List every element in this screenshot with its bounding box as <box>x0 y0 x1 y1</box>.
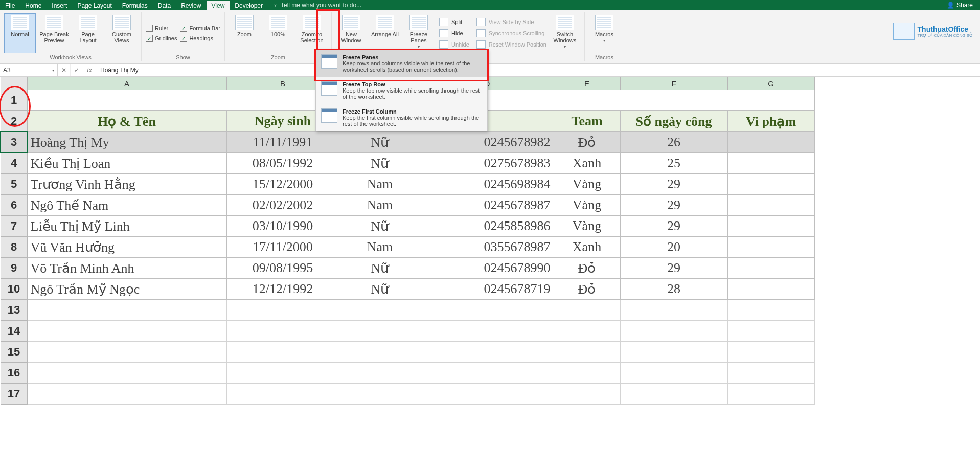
cell-blank-13-0[interactable] <box>27 300 226 321</box>
cell-A5[interactable]: Trương Vinh Hằng <box>27 174 226 195</box>
tab-insert[interactable]: Insert <box>47 1 72 10</box>
row-header-7[interactable]: 7 <box>1 216 27 237</box>
gridlines-checkbox[interactable]: ✓Gridlines <box>146 35 177 42</box>
formula-bar-checkbox[interactable]: ✓Formula Bar <box>180 25 220 32</box>
row-header-9[interactable]: 9 <box>1 258 27 279</box>
cell-blank-14-0[interactable] <box>27 321 226 342</box>
row-header-10[interactable]: 10 <box>1 279 27 300</box>
cell-D9[interactable]: 0245678990 <box>421 258 554 279</box>
cell-blank-15-2[interactable] <box>339 342 421 363</box>
cell-blank-14-1[interactable] <box>226 321 339 342</box>
row-header-16[interactable]: 16 <box>1 363 27 384</box>
row-header-1[interactable]: 1 <box>1 90 27 111</box>
tell-me-search[interactable]: ♀ Tell me what you want to do... <box>273 2 361 9</box>
cell-blank-15-3[interactable] <box>421 342 554 363</box>
cell-blank-14-3[interactable] <box>421 321 554 342</box>
cell-F9[interactable]: 29 <box>620 258 727 279</box>
zoom-button[interactable]: Zoom <box>229 14 260 53</box>
cell-D3[interactable]: 0245678982 <box>421 132 554 153</box>
select-all-button[interactable] <box>1 77 27 90</box>
cell-C4[interactable]: Nữ <box>339 153 421 174</box>
tab-developer[interactable]: Developer <box>230 1 268 10</box>
cancel-formula-button[interactable]: ✕ <box>58 64 71 76</box>
freeze-top-row-option[interactable]: Freeze Top Row Keep the top row visible … <box>316 77 487 104</box>
cell-C10[interactable]: Nữ <box>339 279 421 300</box>
cell-B4[interactable]: 08/05/1992 <box>226 153 339 174</box>
cell-blank-17-1[interactable] <box>226 384 339 405</box>
cell-blank-13-4[interactable] <box>554 300 620 321</box>
switch-windows-button[interactable]: Switch Windows▾ <box>550 14 580 53</box>
normal-view-button[interactable]: Normal <box>4 13 36 53</box>
cell-G7[interactable] <box>727 216 814 237</box>
cell-B10[interactable]: 12/12/1992 <box>226 279 339 300</box>
cell-blank-16-1[interactable] <box>226 363 339 384</box>
cell-A6[interactable]: Ngô Thế Nam <box>27 195 226 216</box>
cell-F10[interactable]: 28 <box>620 279 727 300</box>
cell-B3[interactable]: 11/11/1991 <box>226 132 339 153</box>
row-header-15[interactable]: 15 <box>1 342 27 363</box>
cell-G4[interactable] <box>727 153 814 174</box>
cell-G5[interactable] <box>727 174 814 195</box>
cell-blank-13-5[interactable] <box>620 300 727 321</box>
freeze-first-column-option[interactable]: Freeze First Column Keep the first colum… <box>316 104 487 131</box>
worksheet-grid[interactable]: ABCDEFG12Họ & TênNgày sinhTeamSố ngày cô… <box>0 77 980 405</box>
cell-blank-17-4[interactable] <box>554 384 620 405</box>
cell-blank-17-3[interactable] <box>421 384 554 405</box>
tab-review[interactable]: Review <box>176 1 206 10</box>
cell-B7[interactable]: 03/10/1990 <box>226 216 339 237</box>
insert-function-button[interactable]: fx <box>83 64 96 76</box>
row-header-17[interactable]: 17 <box>1 384 27 405</box>
cell-C9[interactable]: Nữ <box>339 258 421 279</box>
row-header-6[interactable]: 6 <box>1 195 27 216</box>
cell-F7[interactable]: 29 <box>620 216 727 237</box>
row-header-3[interactable]: 3 <box>1 132 27 153</box>
cell-D4[interactable]: 0275678983 <box>421 153 554 174</box>
tab-formulas[interactable]: Formulas <box>117 1 153 10</box>
row-header-13[interactable]: 13 <box>1 300 27 321</box>
cell-blank-16-2[interactable] <box>339 363 421 384</box>
page-break-preview-button[interactable]: Page Break Preview <box>39 14 70 53</box>
name-box[interactable]: A3 ▾ <box>0 64 58 76</box>
cell-A9[interactable]: Võ Trần Minh Anh <box>27 258 226 279</box>
cell-blank-15-0[interactable] <box>27 342 226 363</box>
cell-F5[interactable]: 29 <box>620 174 727 195</box>
zoom-to-selection-button[interactable]: Zoom to Selection <box>297 14 327 53</box>
cell-blank-17-2[interactable] <box>339 384 421 405</box>
cell-B6[interactable]: 02/02/2002 <box>226 195 339 216</box>
cell-E10[interactable]: Đỏ <box>554 279 620 300</box>
cell-E9[interactable]: Đỏ <box>554 258 620 279</box>
cell-C7[interactable]: Nữ <box>339 216 421 237</box>
cell-blank-13-1[interactable] <box>226 300 339 321</box>
cell-A4[interactable]: Kiều Thị Loan <box>27 153 226 174</box>
split-button[interactable]: Split <box>439 18 469 26</box>
column-header-G[interactable]: G <box>727 77 814 90</box>
row-header-2[interactable]: 2 <box>1 111 27 132</box>
cell-blank-13-3[interactable] <box>421 300 554 321</box>
cell-B5[interactable]: 15/12/2000 <box>226 174 339 195</box>
macros-button[interactable]: Macros▾ <box>589 14 620 53</box>
cell-C6[interactable]: Nam <box>339 195 421 216</box>
cell-G8[interactable] <box>727 237 814 258</box>
cell-blank-17-6[interactable] <box>727 384 814 405</box>
cell-D8[interactable]: 0355678987 <box>421 237 554 258</box>
cell-E4[interactable]: Xanh <box>554 153 620 174</box>
cell-E8[interactable]: Xanh <box>554 237 620 258</box>
cell-G3[interactable] <box>727 132 814 153</box>
cell-C5[interactable]: Nam <box>339 174 421 195</box>
cell-E5[interactable]: Vàng <box>554 174 620 195</box>
cell-A10[interactable]: Ngô Trần Mỹ Ngọc <box>27 279 226 300</box>
tab-data[interactable]: Data <box>153 1 176 10</box>
cell-E7[interactable]: Vàng <box>554 216 620 237</box>
cell-blank-16-4[interactable] <box>554 363 620 384</box>
cell-blank-17-5[interactable] <box>620 384 727 405</box>
cell-C3[interactable]: Nữ <box>339 132 421 153</box>
cell-F8[interactable]: 20 <box>620 237 727 258</box>
freeze-panes-button[interactable]: Freeze Panes▾ <box>403 14 434 53</box>
freeze-panes-option[interactable]: Freeze Panes Keep rows and columns visib… <box>316 50 487 77</box>
cell-F6[interactable]: 29 <box>620 195 727 216</box>
cell-A3[interactable]: Hoàng Thị My <box>27 132 226 153</box>
custom-views-button[interactable]: Custom Views <box>106 14 137 53</box>
share-button[interactable]: 👤 Share <box>947 0 973 10</box>
enter-formula-button[interactable]: ✓ <box>71 64 83 76</box>
headings-checkbox[interactable]: ✓Headings <box>180 35 220 42</box>
